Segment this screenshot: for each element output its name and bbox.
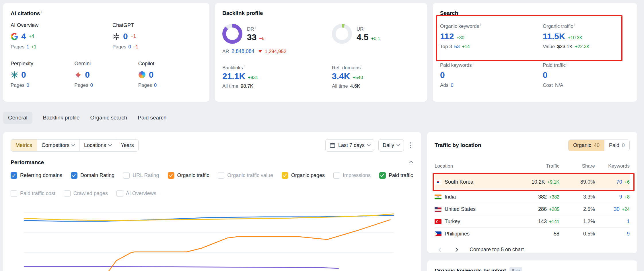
keywords-value[interactable]: 9 (619, 194, 622, 200)
ai-citations-value[interactable]: 0 (149, 70, 154, 80)
keywords-value[interactable]: 1 (627, 219, 630, 225)
backlinks-value[interactable]: 21.1K (222, 71, 245, 81)
ai-citation-copilot: Copilot 0 Pages 0 (138, 61, 202, 88)
checkbox-paid-traffic[interactable]: Paid traffic (379, 172, 413, 179)
dr-label: DRi (247, 25, 264, 32)
checkbox[interactable] (379, 172, 386, 179)
info-icon[interactable]: i (473, 62, 474, 66)
organic-traffic-value[interactable]: 11.5K (543, 32, 565, 41)
checkbox-referring-domains[interactable]: Referring domains (11, 172, 62, 179)
checkbox-organic-traffic-value[interactable]: Organic traffic value (218, 172, 273, 179)
table-row-turkey[interactable]: Turkey 143+141 1.2% 1 (435, 215, 630, 227)
checkbox-label: Referring domains (20, 172, 62, 178)
backlinks-change: +931 (248, 75, 258, 80)
keywords-change: +8 (624, 195, 630, 200)
locations-dropdown[interactable]: Locations (79, 140, 116, 151)
keywords-value[interactable]: 9 (627, 231, 630, 237)
tab-backlink-profile[interactable]: Backlink profile (43, 115, 80, 121)
keywords-value[interactable]: 70 (616, 179, 622, 185)
pages-value[interactable]: 0 (128, 44, 131, 50)
checkbox-crawled-pages[interactable]: Crawled pages (64, 190, 108, 197)
info-icon[interactable]: i (244, 64, 245, 68)
info-icon[interactable]: i (567, 62, 567, 66)
ar-value[interactable]: 2,848,084 (231, 48, 254, 54)
checkbox[interactable] (71, 172, 77, 179)
info-icon[interactable]: i (41, 10, 42, 14)
ai-citations-value[interactable]: 0 (85, 70, 90, 80)
checkbox[interactable] (218, 172, 224, 179)
traffic-change: +9.1K (547, 180, 559, 185)
checkbox-organic-traffic[interactable]: Organic traffic (168, 172, 209, 179)
checkbox[interactable] (123, 172, 130, 179)
pages-value[interactable]: 0 (154, 83, 157, 88)
checkbox-label: URL Rating (133, 172, 159, 178)
pages-label: Pages (11, 44, 24, 50)
organic-keywords-value[interactable]: 112 (440, 32, 454, 41)
checkbox-paid-traffic-cost[interactable]: Paid traffic cost (11, 190, 55, 197)
table-row-united-states[interactable]: United States 286+285 2.5% 30+24 (435, 203, 630, 215)
info-icon[interactable]: i (365, 25, 365, 30)
checkbox[interactable] (282, 172, 288, 179)
checkbox-organic-pages[interactable]: Organic pages (282, 172, 325, 179)
compare-top5-button[interactable]: Compare top 5 on chart (470, 247, 524, 253)
section-tabbar: General Backlink profile Organic search … (3, 111, 167, 124)
col-keywords[interactable]: Keywords (608, 163, 630, 169)
col-location[interactable]: Location (435, 163, 516, 169)
top3-change: +14 (462, 44, 470, 49)
checkbox[interactable] (11, 190, 17, 197)
checkbox-impressions[interactable]: Impressions (333, 172, 371, 179)
ai-citations-title: AI citationsi (11, 10, 202, 17)
table-row-philippines[interactable]: Philippines 58 0.5% 9 (435, 227, 630, 240)
ads-value[interactable]: 0 (451, 83, 453, 88)
checkbox[interactable] (11, 172, 17, 179)
keywords-value[interactable]: 30 (614, 206, 620, 212)
collapse-section-button[interactable] (409, 159, 414, 166)
col-share[interactable]: Share (582, 163, 595, 169)
pages-value[interactable]: 0 (26, 83, 29, 88)
ai-citations-value[interactable]: 4 (21, 32, 26, 41)
pages-value[interactable]: 0 (90, 83, 93, 88)
table-row-south-korea[interactable]: South Korea 10.2K+9.1K 89.0% 70+6 (435, 173, 630, 191)
table-row-india[interactable]: India 382+382 3.3% 9+8 (435, 191, 630, 203)
checkbox[interactable] (116, 190, 123, 197)
performance-chart[interactable] (24, 204, 394, 271)
toggle-paid[interactable]: Paid0 (604, 140, 629, 151)
paid-keywords-value[interactable]: 0 (440, 70, 445, 80)
paid-traffic-value[interactable]: 0 (543, 70, 548, 80)
tab-paid-search[interactable]: Paid search (138, 115, 166, 121)
performance-title: Performance (11, 159, 44, 166)
info-icon[interactable]: i (574, 23, 575, 27)
pages-value[interactable]: 1 (26, 44, 29, 50)
checkbox-url-rating[interactable]: URL Rating (123, 172, 159, 179)
years-button[interactable]: Years (116, 140, 138, 151)
change-badge: +4 (29, 34, 34, 39)
info-icon[interactable]: i (255, 25, 256, 30)
info-icon[interactable]: i (361, 64, 362, 68)
checkbox-ai-overviews[interactable]: AI Overviews (116, 190, 156, 197)
next-page-button[interactable] (452, 244, 460, 255)
top3-value[interactable]: 53 (454, 44, 460, 50)
col-traffic[interactable]: Traffic (546, 163, 559, 169)
ref-domains-value[interactable]: 3.4K (332, 71, 350, 81)
tab-general[interactable]: General (3, 112, 32, 124)
ai-citation-ai-overview: AI Overview 4 +4 Pages 1 +1 (11, 22, 112, 50)
traffic-change: +141 (549, 219, 559, 224)
competitors-dropdown[interactable]: Competitors (37, 140, 79, 151)
granularity-dropdown[interactable]: Daily (378, 139, 404, 152)
checkbox[interactable] (64, 190, 71, 197)
location-name: India (445, 194, 456, 200)
checkbox[interactable] (168, 172, 174, 179)
checkbox-domain-rating[interactable]: Domain Rating (71, 172, 114, 179)
prev-page-button[interactable] (437, 244, 445, 255)
tab-organic-search[interactable]: Organic search (90, 115, 127, 121)
date-range-dropdown[interactable]: Last 7 days (325, 139, 374, 152)
ai-citations-value[interactable]: 0 (21, 70, 26, 80)
ai-citations-value[interactable]: 0 (123, 32, 128, 41)
metrics-button[interactable]: Metrics (11, 140, 37, 151)
table-header-row: Location Traffic Share Keywords (435, 159, 630, 173)
perplexity-icon (11, 71, 18, 79)
toggle-organic[interactable]: Organic40 (569, 140, 604, 151)
info-icon[interactable]: i (480, 23, 481, 27)
checkbox[interactable] (333, 172, 340, 179)
more-options-button[interactable] (408, 140, 414, 150)
